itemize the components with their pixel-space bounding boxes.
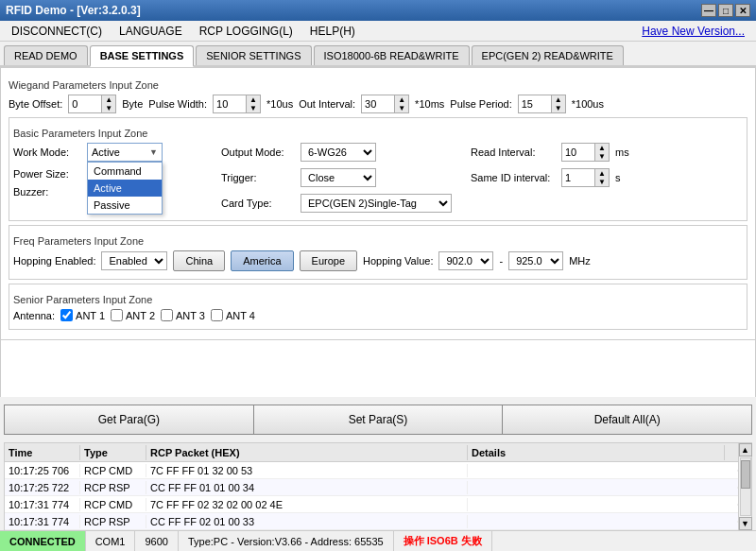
read-interval-input[interactable] bbox=[561, 143, 595, 162]
byte-offset-spinner: ▲ ▼ bbox=[68, 95, 116, 113]
ant4-checkbox[interactable] bbox=[211, 309, 223, 321]
log-row: 10:17:25 722 RCP RSP CC FF FF 01 01 00 3… bbox=[5, 479, 738, 496]
menu-rcp-logging[interactable]: RCP LOGGING(L) bbox=[192, 23, 301, 40]
out-interval-unit: *10ms bbox=[415, 98, 444, 110]
byte-offset-spinner-btns: ▲ ▼ bbox=[102, 95, 116, 113]
menu-bar: DISCONNECT(C) LANGUAGE RCP LOGGING(L) HE… bbox=[0, 21, 756, 42]
read-interval-label: Read Interval: bbox=[471, 146, 556, 158]
output-mode-row: Output Mode: 6-WG26 bbox=[221, 143, 452, 162]
ant3-checkbox[interactable] bbox=[161, 309, 173, 321]
tab-read-demo[interactable]: READ DEMO bbox=[4, 45, 88, 65]
set-para-button[interactable]: Set Para(S) bbox=[254, 405, 504, 434]
wiegand-section-header: Wiegand Parameters Input Zone bbox=[9, 79, 747, 91]
menu-language[interactable]: LANGUAGE bbox=[112, 23, 190, 40]
byte-offset-input[interactable] bbox=[68, 95, 102, 113]
tab-epc-gen2[interactable]: EPC(GEN 2) READ&WRITE bbox=[472, 45, 624, 65]
work-mode-option-passive[interactable]: Passive bbox=[88, 197, 162, 214]
ant1-checkbox[interactable] bbox=[60, 309, 73, 321]
freq-max-select[interactable]: 925.0 bbox=[508, 251, 563, 270]
america-button[interactable]: America bbox=[231, 250, 293, 271]
byte-label: Byte bbox=[122, 98, 143, 110]
europe-button[interactable]: Europe bbox=[300, 250, 357, 271]
default-all-button[interactable]: Default All(A) bbox=[503, 405, 751, 434]
log-row: 10:17:31 774 RCP RSP CC FF FF 02 01 00 3… bbox=[5, 513, 738, 530]
pulse-period-label: Pulse Period: bbox=[450, 98, 511, 110]
log-cell-type-3: RCP RSP bbox=[80, 515, 146, 528]
vscroll-thumb[interactable] bbox=[741, 460, 750, 489]
vscroll-up-button[interactable]: ▲ bbox=[739, 443, 752, 456]
vscroll-down-button[interactable]: ▼ bbox=[739, 517, 752, 530]
log-cell-time-1: 10:17:25 722 bbox=[5, 481, 80, 494]
ant2-checkbox[interactable] bbox=[111, 309, 123, 321]
trigger-select[interactable]: Close bbox=[301, 168, 376, 187]
freq-min-select[interactable]: 902.0 bbox=[438, 251, 493, 270]
senior-section-header: Senior Parameters Input Zone bbox=[13, 294, 743, 305]
log-cell-type-1: RCP RSP bbox=[80, 481, 146, 494]
ant1-label[interactable]: ANT 1 bbox=[60, 309, 105, 321]
read-interval-spinner: ▲ ▼ bbox=[561, 143, 610, 162]
close-button[interactable]: ✕ bbox=[735, 4, 750, 17]
work-mode-arrow: ▼ bbox=[149, 147, 158, 157]
pulse-period-down[interactable]: ▼ bbox=[552, 104, 565, 112]
ant4-label[interactable]: ANT 4 bbox=[211, 309, 255, 321]
pulse-period-spinner: ▲ ▼ bbox=[518, 95, 566, 113]
pulse-width-input[interactable] bbox=[213, 95, 247, 113]
ant2-label[interactable]: ANT 2 bbox=[111, 309, 155, 321]
status-error: 操作 ISO6B 失败 bbox=[394, 531, 492, 551]
out-interval-down[interactable]: ▼ bbox=[395, 104, 408, 112]
byte-offset-down[interactable]: ▼ bbox=[102, 104, 115, 112]
pulse-period-input[interactable] bbox=[518, 95, 552, 113]
tab-iso18000[interactable]: ISO18000-6B READ&WRITE bbox=[314, 45, 470, 65]
read-interval-up[interactable]: ▲ bbox=[595, 144, 609, 152]
same-id-input[interactable] bbox=[561, 168, 595, 187]
log-cell-details-3 bbox=[468, 521, 738, 523]
log-header-type: Type bbox=[80, 445, 146, 460]
log-cell-time-2: 10:17:31 774 bbox=[5, 498, 80, 511]
tab-senior-settings[interactable]: SENIOR SETTINGS bbox=[196, 45, 311, 65]
work-mode-dropdown[interactable]: Active ▼ Command Active Passive bbox=[87, 143, 163, 162]
antenna-label: Antenna: bbox=[13, 310, 55, 321]
freq-section-header: Freq Parameters Input Zone bbox=[13, 235, 743, 247]
work-mode-display[interactable]: Active ▼ bbox=[87, 143, 163, 162]
menu-help[interactable]: HELP(H) bbox=[302, 23, 363, 40]
window-controls: — □ ✕ bbox=[701, 4, 750, 17]
pulse-width-up[interactable]: ▲ bbox=[247, 95, 260, 104]
china-button[interactable]: China bbox=[173, 250, 225, 271]
log-cell-time-0: 10:17:25 706 bbox=[5, 464, 80, 477]
out-interval-up[interactable]: ▲ bbox=[395, 95, 408, 104]
tab-base-settings[interactable]: BASE SETTINGS bbox=[90, 45, 195, 67]
work-mode-option-active[interactable]: Active bbox=[88, 180, 162, 197]
ant3-label[interactable]: ANT 3 bbox=[161, 309, 205, 321]
power-size-label: Power Size: bbox=[13, 168, 81, 180]
hopping-select[interactable]: Enabled bbox=[101, 251, 167, 270]
read-interval-down[interactable]: ▼ bbox=[595, 152, 609, 161]
out-interval-input[interactable] bbox=[361, 95, 395, 113]
log-cell-type-0: RCP CMD bbox=[80, 464, 146, 477]
same-id-down[interactable]: ▼ bbox=[595, 178, 609, 186]
card-type-select[interactable]: EPC(GEN 2)Single-Tag bbox=[301, 194, 452, 213]
pulse-width-down[interactable]: ▼ bbox=[247, 104, 260, 112]
log-cell-details-1 bbox=[468, 487, 738, 489]
log-v-scrollbar[interactable]: ▲ ▼ bbox=[738, 443, 751, 530]
output-mode-label: Output Mode: bbox=[221, 146, 295, 158]
maximize-button[interactable]: □ bbox=[718, 4, 733, 17]
log-header-rcp: RCP Packet (HEX) bbox=[146, 445, 468, 460]
same-id-unit: s bbox=[615, 172, 621, 183]
app-title: RFID Demo - [Ver:3.2.0.3] bbox=[6, 4, 141, 17]
work-mode-label: Work Mode: bbox=[13, 146, 81, 158]
freq-row: Hopping Enabled: Enabled China America E… bbox=[13, 250, 743, 271]
minimize-button[interactable]: — bbox=[701, 4, 716, 17]
pulse-period-up[interactable]: ▲ bbox=[552, 95, 565, 104]
log-table-area: Time Type RCP Packet (HEX) Details 10:17… bbox=[5, 443, 738, 530]
status-connected: CONNECTED bbox=[0, 531, 86, 551]
new-version-link[interactable]: Have New Version... bbox=[642, 25, 752, 38]
output-mode-select[interactable]: 6-WG26 bbox=[301, 143, 376, 162]
byte-offset-label: Byte Offset: bbox=[9, 98, 62, 110]
work-mode-option-command[interactable]: Command bbox=[88, 163, 162, 180]
same-id-up[interactable]: ▲ bbox=[595, 169, 609, 178]
menu-disconnect[interactable]: DISCONNECT(C) bbox=[4, 23, 110, 40]
get-para-button[interactable]: Get Para(G) bbox=[5, 405, 254, 434]
byte-offset-up[interactable]: ▲ bbox=[102, 95, 115, 104]
pulse-width-spinner-btns: ▲ ▼ bbox=[247, 95, 261, 113]
log-header: Time Type RCP Packet (HEX) Details bbox=[5, 443, 738, 462]
